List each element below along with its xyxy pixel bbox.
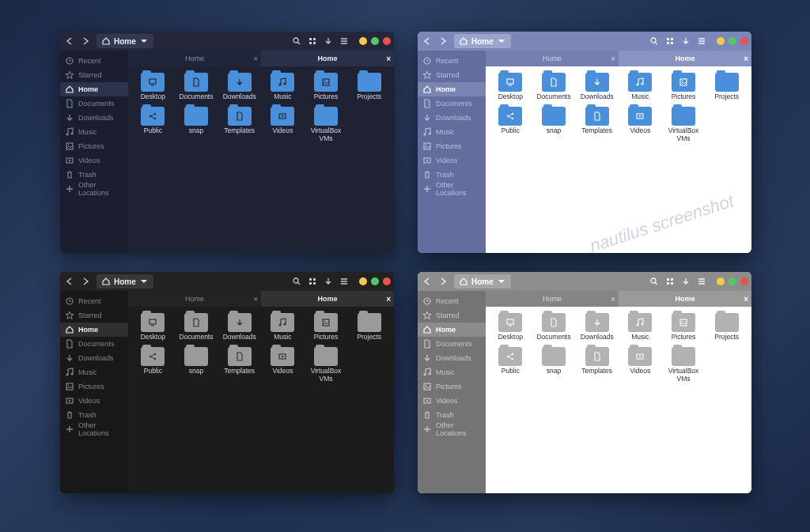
sidebar-item-home[interactable]: Home [418,323,486,337]
sidebar-item-trash[interactable]: Trash [418,168,486,182]
folder-documents[interactable]: Documents [175,73,218,100]
folder-downloads[interactable]: Downloads [575,73,619,100]
sidebar-item-music[interactable]: Music [418,365,486,379]
folder-templates[interactable]: Templates [218,107,261,142]
folder-pictures[interactable]: Pictures [662,313,706,341]
tab-0[interactable]: Home× [486,291,619,307]
sidebar-item-pictures[interactable]: Pictures [418,379,486,394]
sidebar-item-recent[interactable]: Recent [60,294,128,308]
minimize-button[interactable] [359,277,367,285]
tab-close-icon[interactable]: × [744,55,748,63]
sidebar-item-pictures[interactable]: Pictures [60,139,128,153]
folder-public[interactable]: Public [489,347,532,383]
folder-videos[interactable]: Videos [261,347,305,383]
folder-snap[interactable]: snap [175,347,218,383]
sidebar-item-documents[interactable]: Documents [60,337,128,351]
tab-close-icon[interactable]: × [253,295,258,304]
sidebar-item-home[interactable]: Home [418,82,486,96]
maximize-button[interactable] [729,277,736,285]
folder-public[interactable]: Public [131,347,175,383]
sidebar-item-recent[interactable]: Recent [418,294,486,308]
folder-videos[interactable]: Videos [619,107,662,142]
folder-projects[interactable]: Projects [347,313,391,341]
folder-snap[interactable]: snap [175,107,218,142]
folder-desktop[interactable]: Desktop [489,313,532,341]
view-toggle-button[interactable] [663,35,677,47]
files-view[interactable]: DesktopDocumentsDownloadsMusicPicturesPr… [486,66,751,253]
sidebar-item-documents[interactable]: Documents [60,96,128,111]
folder-videos[interactable]: Videos [261,107,305,142]
search-button[interactable] [647,35,661,47]
sidebar-item-videos[interactable]: Videos [418,153,486,168]
sidebar-item-pictures[interactable]: Pictures [60,379,128,394]
files-view[interactable]: DesktopDocumentsDownloadsMusicPicturesPr… [486,307,751,493]
sidebar-item-music[interactable]: Music [418,125,486,139]
hamburger-menu-button[interactable] [695,35,709,47]
maximize-button[interactable] [371,277,379,285]
tab-1[interactable]: Home× [261,291,394,307]
sidebar-item-downloads[interactable]: Downloads [418,111,486,125]
folder-pictures[interactable]: Pictures [662,73,706,100]
tab-close-icon[interactable]: × [386,295,391,304]
sidebar-item-trash[interactable]: Trash [418,408,486,422]
sidebar-item-videos[interactable]: Videos [418,394,486,408]
tab-close-icon[interactable]: × [744,295,748,304]
location-button[interactable]: Home [97,274,153,289]
hamburger-menu-button[interactable] [337,35,351,47]
view-toggle-button[interactable] [305,275,320,288]
sidebar-item-starred[interactable]: Starred [60,308,128,323]
maximize-button[interactable] [371,37,379,45]
folder-virtualbox-vms[interactable]: VirtualBox VMs [662,107,706,142]
sidebar-item-trash[interactable]: Trash [60,168,128,182]
forward-button[interactable] [79,275,93,288]
location-button[interactable]: Home [454,274,511,289]
folder-virtualbox-vms[interactable]: VirtualBox VMs [305,107,348,142]
tab-close-icon[interactable]: × [386,55,391,63]
search-button[interactable] [290,275,304,288]
sidebar-item-documents[interactable]: Documents [418,337,486,351]
folder-desktop[interactable]: Desktop [489,73,532,100]
back-button[interactable] [63,275,78,288]
sidebar-item-starred[interactable]: Starred [418,308,486,323]
folder-snap[interactable]: snap [532,107,576,142]
folder-public[interactable]: Public [489,107,532,142]
sidebar-item-pictures[interactable]: Pictures [418,139,486,153]
view-dropdown-button[interactable] [679,275,693,288]
folder-pictures[interactable]: Pictures [305,313,348,341]
sidebar-item-other-locations[interactable]: Other Locations [418,182,486,196]
close-button[interactable] [740,277,748,285]
folder-downloads[interactable]: Downloads [218,313,261,341]
search-button[interactable] [647,275,661,288]
folder-virtualbox-vms[interactable]: VirtualBox VMs [305,347,348,383]
sidebar-item-downloads[interactable]: Downloads [60,111,128,125]
tab-close-icon[interactable]: × [611,295,615,304]
folder-projects[interactable]: Projects [705,313,748,341]
folder-downloads[interactable]: Downloads [575,313,619,341]
folder-music[interactable]: Music [261,313,305,341]
forward-button[interactable] [437,275,451,288]
view-dropdown-button[interactable] [679,35,693,47]
tab-0[interactable]: Home× [128,51,261,66]
forward-button[interactable] [437,35,451,47]
close-button[interactable] [383,277,391,285]
folder-desktop[interactable]: Desktop [131,313,175,341]
folder-documents[interactable]: Documents [175,313,218,341]
close-button[interactable] [383,37,391,45]
sidebar-item-downloads[interactable]: Downloads [60,351,128,365]
sidebar-item-home[interactable]: Home [60,323,128,337]
tab-close-icon[interactable]: × [611,55,615,63]
view-toggle-button[interactable] [663,275,677,288]
sidebar-item-other-locations[interactable]: Other Locations [60,422,128,436]
sidebar-item-documents[interactable]: Documents [418,96,486,111]
sidebar-item-downloads[interactable]: Downloads [418,351,486,365]
close-button[interactable] [740,37,748,45]
folder-music[interactable]: Music [261,73,305,100]
sidebar-item-music[interactable]: Music [60,365,128,379]
sidebar-item-recent[interactable]: Recent [60,54,128,68]
sidebar-item-videos[interactable]: Videos [60,153,128,168]
back-button[interactable] [421,275,435,288]
hamburger-menu-button[interactable] [337,275,351,288]
sidebar-item-starred[interactable]: Starred [60,68,128,82]
tab-0[interactable]: Home× [128,291,261,307]
folder-templates[interactable]: Templates [575,347,619,383]
